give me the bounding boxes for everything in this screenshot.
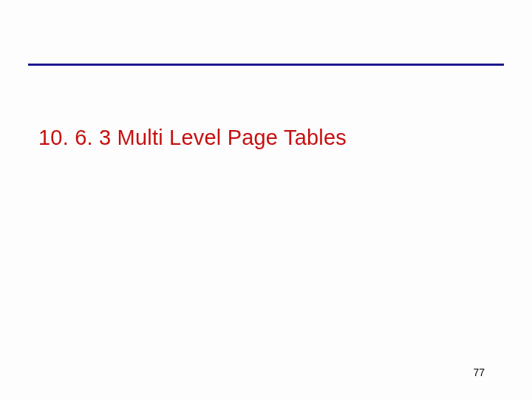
divider-line bbox=[28, 64, 504, 66]
section-heading: 10. 6. 3 Multi Level Page Tables bbox=[38, 126, 347, 150]
page-number: 77 bbox=[473, 366, 485, 378]
